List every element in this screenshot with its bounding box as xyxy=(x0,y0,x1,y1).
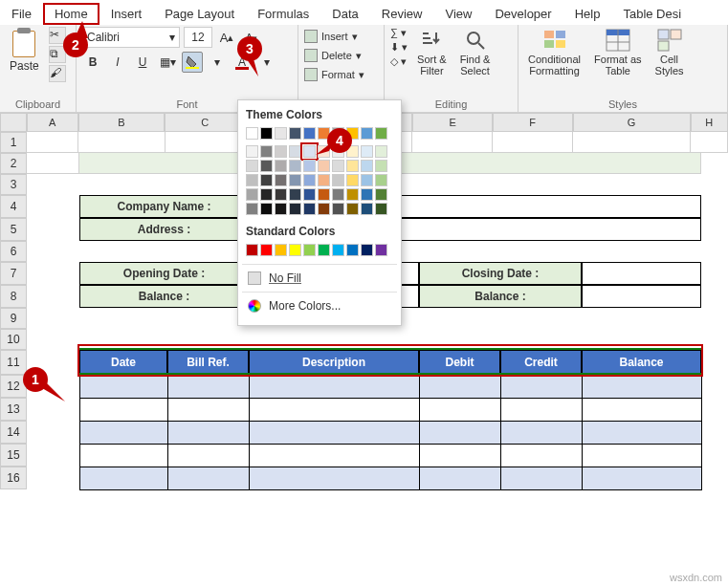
color-swatch[interactable] xyxy=(289,203,301,215)
col-H[interactable]: H xyxy=(691,113,728,132)
color-swatch[interactable] xyxy=(246,203,258,215)
format-painter-icon[interactable]: 🖌 xyxy=(49,65,66,82)
color-swatch[interactable] xyxy=(332,203,344,215)
color-swatch[interactable] xyxy=(332,160,344,172)
color-swatch[interactable] xyxy=(361,174,373,186)
col-E[interactable]: E xyxy=(412,113,493,132)
row-4[interactable]: 4 xyxy=(0,195,27,218)
row-11[interactable]: 11 xyxy=(0,350,27,375)
tab-page-layout[interactable]: Page Layout xyxy=(153,3,246,25)
input-closing-date[interactable] xyxy=(582,262,701,285)
color-swatch[interactable] xyxy=(375,127,387,140)
color-swatch[interactable] xyxy=(303,127,316,140)
color-swatch[interactable] xyxy=(346,188,359,201)
table-row[interactable] xyxy=(80,376,702,399)
color-swatch[interactable] xyxy=(318,188,330,201)
color-swatch[interactable] xyxy=(275,244,287,256)
tab-file[interactable]: File xyxy=(0,3,43,25)
cell-styles-button[interactable]: Cell Styles xyxy=(651,27,688,78)
borders-button[interactable]: ▦▾ xyxy=(157,52,178,73)
color-swatch[interactable] xyxy=(332,174,344,186)
color-swatch[interactable] xyxy=(289,174,301,186)
row-13[interactable]: 13 xyxy=(0,398,27,421)
color-swatch[interactable] xyxy=(289,160,301,172)
color-swatch[interactable] xyxy=(260,174,273,186)
clear-button[interactable]: ◇ ▾ xyxy=(390,55,408,68)
table-row[interactable] xyxy=(80,445,702,467)
color-swatch[interactable] xyxy=(289,244,301,256)
color-swatch[interactable] xyxy=(275,188,287,201)
color-swatch[interactable] xyxy=(275,174,287,186)
color-swatch[interactable] xyxy=(346,160,359,172)
col-F[interactable]: F xyxy=(493,113,573,132)
delete-cells-button[interactable]: Delete ▾ xyxy=(304,46,378,65)
color-swatch[interactable] xyxy=(303,244,316,256)
color-swatch[interactable] xyxy=(361,188,373,201)
table-row[interactable] xyxy=(80,467,702,490)
color-swatch[interactable] xyxy=(332,188,344,201)
row-16[interactable]: 16 xyxy=(0,467,27,489)
format-cells-button[interactable]: Format ▾ xyxy=(304,65,378,84)
row-5[interactable]: 5 xyxy=(0,218,27,241)
find-select-button[interactable]: Find & Select xyxy=(456,27,495,78)
color-swatch[interactable] xyxy=(275,160,287,172)
color-swatch[interactable] xyxy=(303,203,316,215)
paste-button[interactable]: Paste xyxy=(6,27,43,76)
color-swatch[interactable] xyxy=(346,174,359,186)
more-colors-button[interactable]: More Colors... xyxy=(246,294,393,317)
tab-insert[interactable]: Insert xyxy=(99,3,154,25)
color-swatch[interactable] xyxy=(246,127,258,140)
color-swatch[interactable] xyxy=(246,188,258,201)
col-G[interactable]: G xyxy=(573,113,691,132)
color-swatch[interactable] xyxy=(361,127,373,140)
row-15[interactable]: 15 xyxy=(0,444,27,467)
increase-font-icon[interactable]: A▴ xyxy=(216,27,237,48)
color-swatch[interactable] xyxy=(260,244,273,256)
row-7[interactable]: 7 xyxy=(0,262,27,285)
bold-button[interactable]: B xyxy=(82,52,103,73)
color-swatch[interactable] xyxy=(318,203,330,215)
row-1[interactable]: 1 xyxy=(0,132,27,153)
tab-data[interactable]: Data xyxy=(320,3,369,25)
underline-button[interactable]: U xyxy=(132,52,153,73)
row-8[interactable]: 8 xyxy=(0,285,27,308)
format-as-table-button[interactable]: Format as Table xyxy=(590,27,646,78)
insert-cells-button[interactable]: Insert ▾ xyxy=(304,27,378,46)
color-swatch[interactable] xyxy=(332,244,344,256)
color-swatch[interactable] xyxy=(375,160,387,172)
input-balance-close[interactable] xyxy=(582,285,701,308)
color-swatch[interactable] xyxy=(246,244,258,256)
table-row[interactable] xyxy=(80,399,702,422)
col-A[interactable]: A xyxy=(27,113,78,132)
row-2[interactable]: 2 xyxy=(0,153,27,174)
color-swatch[interactable] xyxy=(303,160,316,172)
color-swatch[interactable] xyxy=(361,160,373,172)
color-swatch[interactable] xyxy=(275,203,287,215)
select-all-corner[interactable] xyxy=(0,113,27,132)
color-swatch[interactable] xyxy=(346,203,359,215)
color-swatch[interactable] xyxy=(260,127,273,140)
color-swatch[interactable] xyxy=(375,145,387,158)
color-swatch[interactable] xyxy=(375,203,387,215)
fill-color-dropdown[interactable]: ▾ xyxy=(207,52,228,73)
row-9[interactable]: 9 xyxy=(0,308,27,329)
color-swatch[interactable] xyxy=(260,203,273,215)
col-C[interactable]: C xyxy=(165,113,245,132)
color-swatch[interactable] xyxy=(303,145,316,158)
color-swatch[interactable] xyxy=(260,188,273,201)
tab-review[interactable]: Review xyxy=(370,3,434,25)
color-swatch[interactable] xyxy=(375,188,387,201)
color-swatch[interactable] xyxy=(375,174,387,186)
row-3[interactable]: 3 xyxy=(0,174,27,195)
color-swatch[interactable] xyxy=(275,145,287,158)
color-swatch[interactable] xyxy=(361,145,373,158)
tab-view[interactable]: View xyxy=(433,3,483,25)
color-swatch[interactable] xyxy=(260,160,273,172)
color-swatch[interactable] xyxy=(289,188,301,201)
color-swatch[interactable] xyxy=(275,127,287,140)
color-swatch[interactable] xyxy=(318,244,330,256)
col-B[interactable]: B xyxy=(78,113,165,132)
row-10[interactable]: 10 xyxy=(0,329,27,350)
color-swatch[interactable] xyxy=(260,145,273,158)
fill-button[interactable]: ⬇ ▾ xyxy=(390,41,408,54)
